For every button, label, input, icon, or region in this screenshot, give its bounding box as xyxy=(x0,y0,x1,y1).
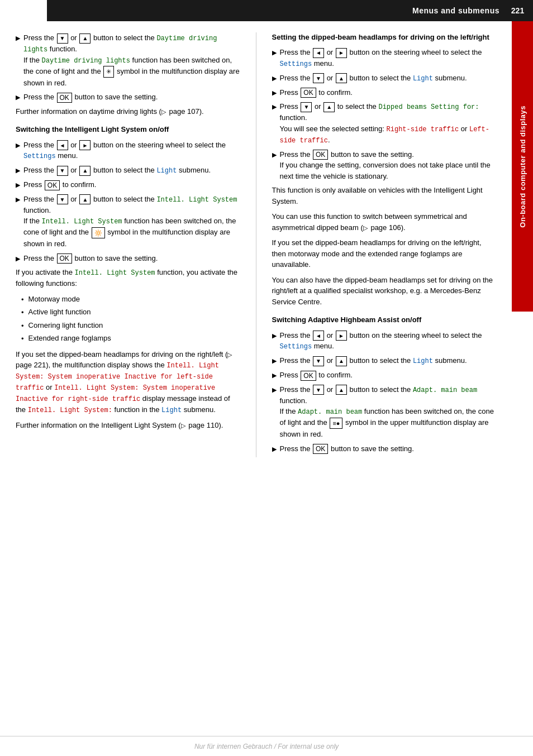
side-tab-label: On-board computer and displays xyxy=(518,106,527,228)
further-info-2: Further information on the Intelligent L… xyxy=(16,420,240,431)
also-para: You can also have the dipped-beam headla… xyxy=(272,275,497,308)
up-arrow-btn: ▲ xyxy=(79,34,91,44)
footer: Nur für internen Gebrauch / For internal… xyxy=(0,736,533,756)
switch-para: You can use this function to switch betw… xyxy=(272,211,497,233)
bullet-item: ▶ Press the ▼ or ▲ button to select the … xyxy=(272,73,497,84)
dot-icon: • xyxy=(21,307,24,318)
side-tab: On-board computer and displays xyxy=(512,21,533,312)
bullet-item: ▶ Press the OK button to save the settin… xyxy=(16,253,240,264)
bullet-item: ▶ Press the ◄ or ► button on the steerin… xyxy=(272,47,497,69)
ok-btn: OK xyxy=(301,371,316,381)
up-arrow-btn: ▲ xyxy=(323,102,335,112)
list-item: • Extended range foglamps xyxy=(21,333,240,344)
down-arrow-btn: ▼ xyxy=(313,356,324,366)
down-arrow-btn: ▼ xyxy=(57,34,68,44)
bullet-text: Press the ▼ or ▲ button to select the Li… xyxy=(23,165,240,176)
ok-btn: OK xyxy=(301,88,316,98)
bullet-item: ▶ Press ▼ or ▲ to select the Dipped beam… xyxy=(272,101,497,146)
bullet-text: Press the ▼ or ▲ button to select the Da… xyxy=(23,32,240,88)
dot-icon: • xyxy=(21,320,24,332)
bullet-arrow-icon: ▶ xyxy=(16,180,20,190)
bullet-item: ▶ Press OK to confirm. xyxy=(272,87,497,98)
up-arrow-btn: ▲ xyxy=(336,73,347,83)
page-container: Menus and submenus 221 On-board computer… xyxy=(0,0,533,756)
bullet-text: Press OK to confirm. xyxy=(280,87,497,98)
bullet-item: ▶ Press the OK button to save the settin… xyxy=(16,92,240,103)
right-arrow-btn: ► xyxy=(336,331,347,341)
bullet-arrow-icon: ▶ xyxy=(272,102,277,112)
bullet-item: ▶ Press the ▼ or ▲ button to select the … xyxy=(272,384,497,440)
left-arrow-btn: ◄ xyxy=(313,48,324,58)
sun-symbol: ✳ xyxy=(103,66,114,78)
bullet-arrow-icon: ▶ xyxy=(16,93,20,102)
section-heading-2: Setting the dipped-beam headlamps for dr… xyxy=(272,32,497,42)
down-arrow-btn: ▼ xyxy=(57,166,68,176)
right-arrow-btn: ► xyxy=(79,140,91,150)
bullet-arrow-icon: ▶ xyxy=(272,48,277,58)
down-arrow-btn: ▼ xyxy=(301,102,312,112)
dot-icon: • xyxy=(21,333,24,344)
up-arrow-btn: ▲ xyxy=(336,356,347,366)
bullet-arrow-icon: ▶ xyxy=(16,34,20,43)
left-column: ▶ Press the ▼ or ▲ button to select the … xyxy=(16,32,240,457)
dot-icon: • xyxy=(21,294,24,305)
bullet-arrow-icon: ▶ xyxy=(272,74,277,83)
left-arrow-btn: ◄ xyxy=(57,140,68,150)
bullet-text: Press the ▼ or ▲ button to select the Li… xyxy=(280,355,497,366)
down-arrow-btn: ▼ xyxy=(313,385,324,395)
bullet-text: Press ▼ or ▲ to select the Dipped beams … xyxy=(280,101,497,146)
further-info-1: Further information on daytime driving l… xyxy=(16,106,240,117)
bullet-text: Press OK to confirm. xyxy=(23,179,240,190)
ok-btn: OK xyxy=(57,93,72,103)
available-para: This function is only available on vehic… xyxy=(272,185,497,207)
list-item-label: Extended range foglamps xyxy=(28,333,111,344)
bullet-arrow-icon: ▶ xyxy=(16,254,20,264)
right-column: Setting the dipped-beam headlamps for dr… xyxy=(272,32,497,457)
list-item: • Active light function xyxy=(21,307,240,318)
bullet-text: Press the OK button to save the setting.… xyxy=(280,149,497,182)
ok-btn: OK xyxy=(57,253,72,264)
set-para: If you set the dipped-beam headlamps for… xyxy=(272,237,497,270)
header-bar: Menus and submenus xyxy=(47,0,533,21)
ok-btn: OK xyxy=(45,180,60,190)
bullet-arrow-icon: ▶ xyxy=(16,141,20,150)
bullet-text: Press the ◄ or ► button on the steering … xyxy=(23,140,240,162)
bullet-item: ▶ Press the ◄ or ► button on the steerin… xyxy=(272,330,497,352)
up-arrow-btn: ▲ xyxy=(79,166,91,176)
bullet-item: ▶ Press the ◄ or ► button on the steerin… xyxy=(16,140,240,162)
footer-text: Nur für internen Gebrauch / For internal… xyxy=(194,743,339,750)
bullet-text: Press the OK button to save the setting. xyxy=(23,92,240,103)
header-title: Menus and submenus xyxy=(412,6,499,15)
bullet-item: ▶ Press the ▼ or ▲ button to select the … xyxy=(16,32,240,88)
page-number: 221 xyxy=(502,0,533,21)
bullet-arrow-icon: ▶ xyxy=(16,195,20,204)
up-arrow-btn: ▲ xyxy=(336,385,347,395)
bullet-text: Press the OK button to save the setting. xyxy=(280,443,497,454)
headlamp-symbol: 🔆 xyxy=(92,227,105,239)
bullet-arrow-icon: ▶ xyxy=(272,385,277,395)
list-item: • Cornering light function xyxy=(21,320,240,332)
left-arrow-btn: ◄ xyxy=(313,331,324,341)
list-item-label: Motorway mode xyxy=(28,294,80,305)
bullet-arrow-icon: ▶ xyxy=(272,331,277,341)
bullet-text: Press the ▼ or ▲ button to select the In… xyxy=(23,194,240,250)
bullet-arrow-icon: ▶ xyxy=(272,444,277,454)
down-arrow-btn: ▼ xyxy=(313,73,324,83)
ok-btn: OK xyxy=(313,150,328,160)
right-arrow-btn: ► xyxy=(336,48,347,58)
beam-symbol: ≡● xyxy=(330,418,342,429)
section-heading-3: Switching Adaptive Highbeam Assist on/of… xyxy=(272,315,497,325)
bullet-item: ▶ Press the ▼ or ▲ button to select the … xyxy=(272,355,497,366)
bullet-arrow-icon: ▶ xyxy=(272,150,277,160)
bullet-item: ▶ Press OK to confirm. xyxy=(16,179,240,190)
bullet-text: Press the OK button to save the setting. xyxy=(23,253,240,264)
list-item-label: Active light function xyxy=(28,307,91,318)
bullet-text: Press the ▼ or ▲ button to select the Ad… xyxy=(280,384,497,440)
bullet-arrow-icon: ▶ xyxy=(16,166,20,175)
bullet-item: ▶ Press the ▼ or ▲ button to select the … xyxy=(16,194,240,250)
list-item-label: Cornering light function xyxy=(28,320,103,331)
bullet-text: Press the ◄ or ► button on the steering … xyxy=(280,47,497,69)
bullet-text: Press OK to confirm. xyxy=(280,370,497,381)
ok-btn: OK xyxy=(313,444,328,454)
dipped-para1: If you set the dipped-beam headlamps for… xyxy=(16,349,240,416)
